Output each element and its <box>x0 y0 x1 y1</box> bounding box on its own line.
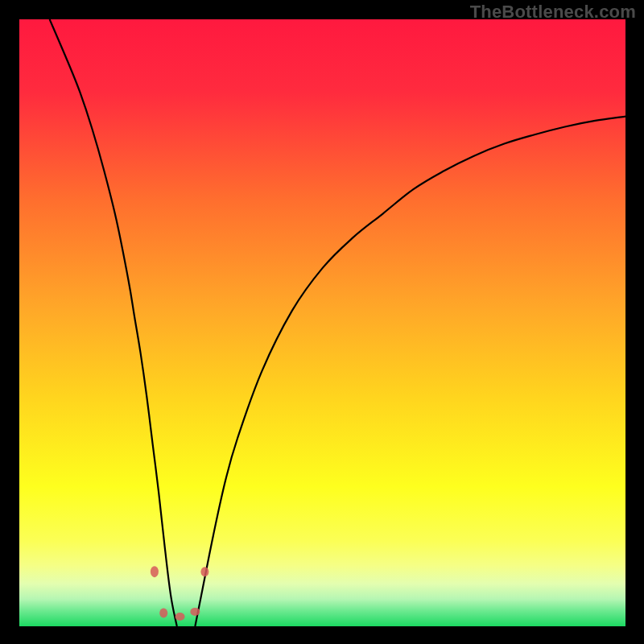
right-curve <box>195 117 625 626</box>
left-curve <box>50 19 177 626</box>
data-markers <box>151 566 208 621</box>
trough-marker <box>200 567 208 576</box>
curve-layer <box>19 19 625 626</box>
trough-marker <box>159 608 167 617</box>
trough-marker <box>190 608 200 616</box>
chart-frame: TheBottleneck.com <box>0 0 644 644</box>
plot-area <box>19 19 625 626</box>
trough-marker <box>175 613 185 621</box>
trough-marker <box>151 566 159 577</box>
watermark-text: TheBottleneck.com <box>470 2 636 23</box>
